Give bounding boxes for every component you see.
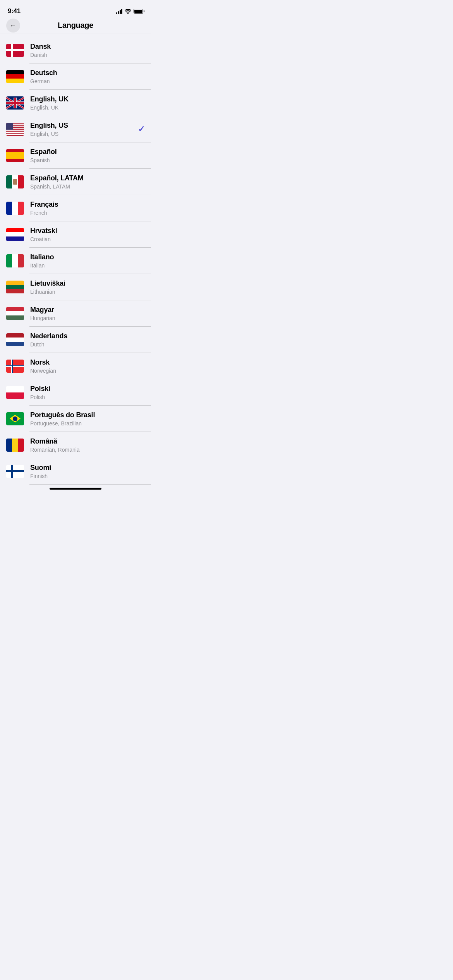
flag-gb	[6, 96, 24, 110]
list-item[interactable]: Português do Brasil Portuguese, Brazilia…	[0, 406, 151, 432]
lang-text: English, UK English, UK	[30, 95, 145, 110]
lang-subtitle: Spanish, LATAM	[30, 183, 145, 190]
lang-subtitle: Polish	[30, 394, 145, 400]
flag-hr	[6, 228, 24, 241]
lang-subtitle: Romanian, Romania	[30, 447, 145, 453]
list-item[interactable]: Español Spanish	[0, 142, 151, 169]
flag-fi	[6, 465, 24, 478]
list-item[interactable]: Dansk Danish	[0, 37, 151, 63]
lang-text: Italiano Italian	[30, 253, 145, 268]
lang-name: Dansk	[30, 42, 145, 51]
lang-name: Español, LATAM	[30, 174, 145, 183]
lang-text: Dansk Danish	[30, 42, 145, 58]
battery-icon	[134, 9, 143, 14]
lang-name: Lietuviškai	[30, 279, 145, 288]
flag-fr	[6, 202, 24, 215]
lang-name: Español	[30, 147, 145, 156]
selected-checkmark: ✓	[138, 124, 145, 134]
lang-subtitle: Finnish	[30, 473, 145, 479]
lang-text: Norsk Norwegian	[30, 358, 145, 373]
lang-text: Español Spanish	[30, 147, 145, 163]
wifi-icon	[125, 9, 131, 14]
list-item[interactable]: Magyar Hungarian	[0, 300, 151, 327]
flag-nl	[6, 333, 24, 346]
lang-subtitle: German	[30, 78, 145, 84]
page-title: Language	[58, 21, 93, 30]
flag-us	[6, 123, 24, 136]
language-list: Dansk Danish Deutsch German English, UK …	[0, 34, 151, 485]
lang-subtitle: French	[30, 210, 145, 216]
lang-name: Magyar	[30, 305, 145, 314]
lang-text: Română Romanian, Romania	[30, 437, 145, 452]
lang-text: Polski Polish	[30, 384, 145, 400]
lang-name: Português do Brasil	[30, 411, 145, 420]
lang-subtitle: Italian	[30, 262, 145, 269]
flag-lt	[6, 281, 24, 294]
lang-text: Français French	[30, 200, 145, 216]
signal-bars-icon	[116, 9, 123, 14]
lang-text: English, US English, US	[30, 121, 135, 137]
list-item[interactable]: Română Romanian, Romania	[0, 432, 151, 458]
list-item[interactable]: Nederlands Dutch	[0, 327, 151, 353]
lang-subtitle: Danish	[30, 52, 145, 58]
flag-de	[6, 70, 24, 83]
list-item[interactable]: Norsk Norwegian	[0, 353, 151, 379]
svg-rect-8	[6, 123, 13, 130]
lang-name: Suomi	[30, 463, 145, 472]
nav-bar: ← Language	[0, 17, 151, 34]
lang-name: Italiano	[30, 253, 145, 262]
list-item[interactable]: Suomi Finnish	[0, 458, 151, 485]
home-indicator	[50, 488, 101, 490]
lang-subtitle: Lithuanian	[30, 289, 145, 295]
list-item[interactable]: Deutsch German	[0, 63, 151, 90]
lang-subtitle: Norwegian	[30, 368, 145, 374]
list-item[interactable]: Polski Polish	[0, 379, 151, 406]
flag-pl	[6, 386, 24, 399]
flag-es	[6, 149, 24, 162]
lang-name: Română	[30, 437, 145, 446]
status-time: 9:41	[8, 7, 21, 15]
lang-name: Hrvatski	[30, 226, 145, 235]
lang-name: Deutsch	[30, 69, 145, 77]
list-item[interactable]: Italiano Italian	[0, 248, 151, 274]
lang-subtitle: Dutch	[30, 341, 145, 348]
svg-rect-6	[6, 132, 24, 133]
lang-subtitle: Hungarian	[30, 315, 145, 321]
lang-subtitle: Portuguese, Brazilian	[30, 420, 145, 427]
lang-text: Hrvatski Croatian	[30, 226, 145, 242]
flag-it	[6, 254, 24, 267]
lang-name: Nederlands	[30, 332, 145, 341]
lang-name: Polski	[30, 384, 145, 393]
lang-name: English, UK	[30, 95, 145, 104]
list-item[interactable]: Hrvatski Croatian	[0, 221, 151, 248]
svg-rect-5	[6, 130, 24, 131]
status-icons	[116, 9, 144, 14]
lang-text: Nederlands Dutch	[30, 332, 145, 347]
lang-subtitle: English, US	[30, 131, 135, 137]
list-item[interactable]: English, US English, US ✓	[0, 116, 151, 142]
list-item[interactable]: Español, LATAM Spanish, LATAM	[0, 169, 151, 195]
lang-name: English, US	[30, 121, 135, 130]
list-item[interactable]: Lietuviškai Lithuanian	[0, 274, 151, 300]
lang-name: Norsk	[30, 358, 145, 367]
lang-text: Português do Brasil Portuguese, Brazilia…	[30, 411, 145, 426]
flag-ro	[6, 439, 24, 452]
lang-text: Suomi Finnish	[30, 463, 145, 479]
lang-text: Lietuviškai Lithuanian	[30, 279, 145, 295]
list-item[interactable]: English, UK English, UK	[0, 90, 151, 116]
flag-dk	[6, 44, 24, 57]
lang-name: Français	[30, 200, 145, 209]
back-button[interactable]: ←	[6, 19, 20, 33]
flag-mx	[6, 175, 24, 188]
lang-subtitle: English, UK	[30, 105, 145, 111]
flag-no	[6, 360, 24, 373]
lang-text: Magyar Hungarian	[30, 305, 145, 321]
lang-text: Deutsch German	[30, 69, 145, 84]
lang-subtitle: Croatian	[30, 236, 145, 242]
status-bar: 9:41	[0, 0, 151, 17]
list-item[interactable]: Français French	[0, 195, 151, 221]
svg-rect-7	[6, 134, 24, 135]
lang-text: Español, LATAM Spanish, LATAM	[30, 174, 145, 189]
lang-subtitle: Spanish	[30, 157, 145, 163]
back-arrow-icon: ←	[9, 22, 16, 29]
